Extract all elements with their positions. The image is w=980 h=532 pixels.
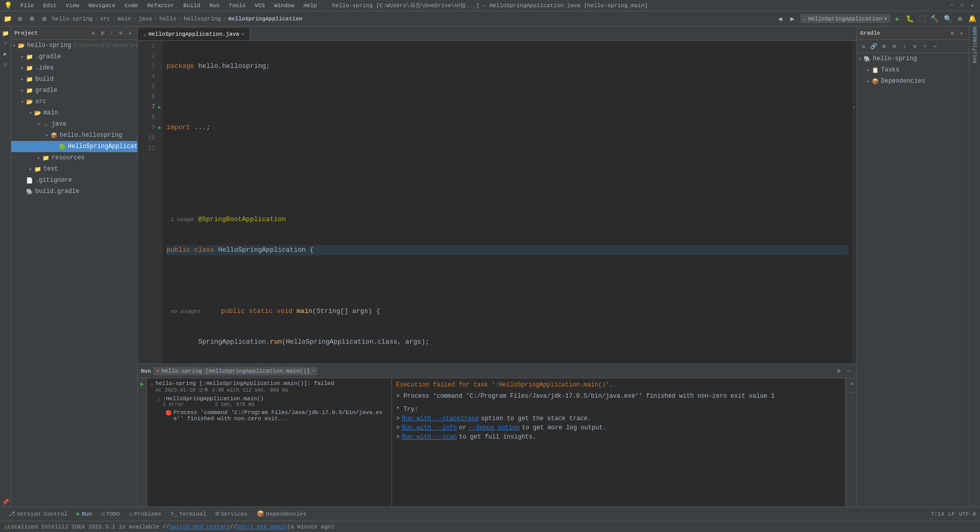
code-editor[interactable]: 1 2 3 4 5 6 7 8 9 10 11 [138,41,856,364]
tab-close-button[interactable]: ✕ [241,31,244,37]
run-list-item-2[interactable]: ⚠ :HelloSpringApplication.main() 1 error… [147,395,391,408]
gradle-collapse-icon[interactable]: ⊟ [890,42,899,51]
close-button[interactable]: ✕ [969,2,976,9]
project-panel-gear-icon[interactable]: ⚙ [117,29,125,37]
run-gutter-7-icon[interactable]: ▶ [158,104,161,110]
activity-run-icon[interactable]: ▶ [1,49,10,58]
breadcrumb-main[interactable]: main [117,16,131,22]
tree-item-hello-spring-app[interactable]: 🟢 HelloSpringApplication [11,141,137,152]
tree-item-main[interactable]: ▾ 📂 main [11,107,137,118]
project-panel-icons[interactable]: ⚙ ⊞ ↕ ⚙ ✕ [89,29,134,37]
breadcrumb-hellospring[interactable]: hellospring [184,16,221,22]
gradle-more-icon[interactable]: ⋯ [930,42,940,51]
notifications-tab[interactable]: Notifications [970,39,979,48]
run-panel-settings-icon[interactable]: ⚙ [834,367,843,376]
minimize-button[interactable]: ─ [948,2,955,9]
run-side-tab-1[interactable]: ≡ [848,380,855,387]
tree-item-java-dir[interactable]: ▾ ☕ java [11,118,137,130]
run-info-link[interactable]: Run with --info [402,423,457,432]
run-play-icon[interactable]: ▶ [140,380,144,388]
run-button[interactable]: ▶ [892,13,903,25]
build-button[interactable]: 🔨 [929,13,940,25]
back-icon[interactable]: ◀ [775,13,786,25]
tree-item-test[interactable]: ▸ 📁 test [11,163,137,175]
toolbar-right-icons[interactable]: 🔍 ⚙ 🔔 [942,13,978,25]
bottom-tab-problems[interactable]: ⚠ Problems [125,509,165,520]
status-switch-link[interactable]: Switch and restart [169,524,230,530]
menu-edit[interactable]: Edit [41,2,58,10]
gradle-close-icon[interactable]: ✕ [958,29,966,37]
menu-run[interactable]: Run [207,2,222,10]
tree-item-build[interactable]: ▸ 📁 build [11,74,137,85]
menu-vcs[interactable]: VCS [253,2,267,10]
stop-button[interactable]: ⬛ [917,13,928,25]
run-tab[interactable]: ● hello-spring [HelloSpringApplication.m… [153,367,317,375]
project-panel-layout-icon[interactable]: ⊞ [99,29,107,37]
menu-code[interactable]: Code [122,2,140,10]
gradle-item-root[interactable]: ▾ 🐘 hello-spring [857,53,969,64]
run-gutter-9-icon[interactable]: ▶ [158,125,161,131]
gradle-expand-icon[interactable]: ⊞ [879,42,889,51]
activity-project-icon[interactable]: 📁 [1,29,10,38]
menu-navigate[interactable]: Navigate [86,2,117,10]
tree-item-package[interactable]: ▾ 📦 hello.hellospring [11,130,137,141]
bottom-tab-terminal[interactable]: >_ Terminal [166,509,210,520]
activity-pin-icon[interactable]: 📌 [1,497,10,506]
breadcrumb-java[interactable]: java [138,16,152,22]
layout-icon[interactable]: ⊞ [27,13,38,25]
bottom-tab-run[interactable]: ▶ Run [72,509,96,520]
run-panel-icons[interactable]: ⚙ ─ [834,367,853,376]
tree-item-resources[interactable]: ▸ 📁 resources [11,152,137,163]
toolbar-project-icons[interactable]: 📁 ⚙ ⊞ ⚙ [2,13,50,25]
menu-view[interactable]: View [64,2,81,10]
project-panel-expand-icon[interactable]: ↕ [108,29,116,37]
run-debug-link[interactable]: --debug option [469,423,520,432]
gradle-filter-icon[interactable]: ⚡ [920,42,929,51]
run-config-selector[interactable]: ☕ HelloSpringApplication ▾ [800,14,890,23]
gradle-sort-icon[interactable]: ↕ [900,42,909,51]
maximize-button[interactable]: □ [959,2,966,9]
run-scan-link[interactable]: Run with --scan [402,432,457,442]
bottom-tab-services[interactable]: ⚙ Services [211,509,252,520]
gradle-panel-icons[interactable]: ⚙ ✕ [948,29,966,37]
toolbar-run-icons[interactable]: ▶ 🐛 ⬛ 🔨 [892,13,940,25]
menu-tools[interactable]: Tools [227,2,248,10]
settings-icon[interactable]: ⚙ [14,13,26,25]
settings-gear-icon[interactable]: ⚙ [954,13,966,25]
gradle-refresh-icon[interactable]: ↻ [859,42,868,51]
run-side-tab-2[interactable]: ⋮ [848,388,855,397]
editor-tab-hello-spring[interactable]: ☕ HelloSpringApplication.java ✕ [138,28,250,40]
open-folder-icon[interactable]: 📁 [2,13,13,25]
window-controls[interactable]: ─ □ ✕ [948,2,976,9]
bottom-tab-todo[interactable]: ☑ TODO [97,509,124,520]
run-list-item-1[interactable]: ⚠ hello-spring [:HelloSpringApplication.… [147,379,391,395]
project-panel-close-icon[interactable]: ✕ [126,29,134,37]
bottom-tab-dependencies[interactable]: 📦 Dependencies [253,509,310,520]
bottom-tab-version-control[interactable]: ⎇ Version Control [4,509,71,520]
breadcrumb-hello[interactable]: hello [159,16,176,22]
gradle-settings-icon[interactable]: ⚙ [948,29,957,37]
search-everywhere-icon[interactable]: 🔍 [942,13,953,25]
toolbar-nav-icons[interactable]: ◀ ▶ [775,13,798,25]
run-list-item-3[interactable]: 🔴 Process 'command 'C:/Program Files/Jav… [147,408,391,423]
project-panel-settings-icon[interactable]: ⚙ [89,29,97,37]
menu-refactor[interactable]: Refactor [145,2,176,10]
forward-icon[interactable]: ▶ [787,13,798,25]
tree-item-gitignore[interactable]: 📄 .gitignore [11,175,137,186]
menu-help[interactable]: Help [302,2,319,10]
gradle-item-dependencies[interactable]: ▸ 📦 Dependencies [857,76,969,87]
tree-item-build-gradle[interactable]: 🐘 build.gradle [11,186,137,197]
activity-vcs-icon[interactable]: ⑂ [1,39,10,48]
run-panel-minimize-icon[interactable]: ─ [844,367,853,376]
menu-window[interactable]: Window [272,2,297,10]
breadcrumb-hello-spring[interactable]: hello-spring [52,16,92,22]
breadcrumb-src[interactable]: src [100,16,110,22]
breadcrumb-class[interactable]: HelloSpringApplication [228,16,302,22]
debug-button[interactable]: 🐛 [904,13,916,25]
gradle-sort2-icon[interactable]: ⇅ [910,42,919,51]
gradle-link-icon[interactable]: 🔗 [869,42,878,51]
tree-item-gradle-dir[interactable]: ▸ 📁 .gradle [11,51,137,62]
tree-item-gradle[interactable]: ▸ 📁 gradle [11,85,137,96]
run-config-dropdown-icon[interactable]: ▾ [884,15,887,22]
run-stacktrace-link[interactable]: Run with --stacktrace [402,414,479,423]
